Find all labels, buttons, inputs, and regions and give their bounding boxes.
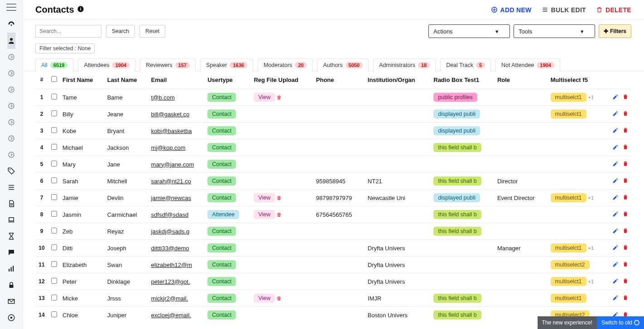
delete-row-icon[interactable] <box>622 127 629 135</box>
chevron-icon[interactable] <box>7 49 15 65</box>
edit-row-icon[interactable] <box>612 194 619 202</box>
email-link[interactable]: mickjr2@mail. <box>151 295 188 302</box>
tab-attendees[interactable]: Attendees1904 <box>78 58 135 72</box>
col-header-multiselect[interactable]: Multiselect f5 <box>548 72 605 89</box>
col-header-usertype[interactable]: Usertype <box>205 72 251 89</box>
tag-icon[interactable] <box>7 163 15 179</box>
row-checkbox[interactable] <box>51 244 57 250</box>
switch-to-old-button[interactable]: Switch to old <box>597 316 644 329</box>
delete-row-icon[interactable] <box>622 177 629 185</box>
col-header-radio[interactable]: Radio Box Test1 <box>431 72 495 89</box>
mail-icon[interactable] <box>7 293 15 310</box>
search-button[interactable]: Search <box>106 25 135 38</box>
chevron-icon[interactable] <box>7 130 15 147</box>
delete-row-icon[interactable] <box>622 228 629 235</box>
tab-administrators[interactable]: Administrators18 <box>373 58 436 72</box>
document-icon[interactable] <box>7 195 15 212</box>
file-view-button[interactable]: View <box>254 294 275 303</box>
file-delete-icon[interactable]: 🗑 <box>277 296 282 301</box>
file-delete-icon[interactable]: 🗑 <box>277 195 282 200</box>
chevron-icon[interactable] <box>7 81 15 98</box>
email-link[interactable]: jaskdj@sads.g <box>151 228 190 235</box>
delete-button[interactable]: DELETE <box>596 6 631 14</box>
email-link[interactable]: kobi@basketba <box>151 128 192 134</box>
laptop-icon[interactable] <box>7 212 15 228</box>
delete-row-icon[interactable] <box>622 94 629 101</box>
email-link[interactable]: mj@kop.com <box>151 144 186 151</box>
eye-icon[interactable] <box>7 310 15 326</box>
file-view-button[interactable]: View <box>254 210 275 219</box>
col-header-first-name[interactable]: First Name <box>60 72 105 89</box>
row-checkbox[interactable] <box>51 161 57 167</box>
filter-chip[interactable]: Filter selected : None <box>35 43 95 53</box>
edit-row-icon[interactable] <box>612 261 619 269</box>
search-input[interactable] <box>35 25 101 38</box>
chevron-icon[interactable] <box>7 65 15 81</box>
col-header-email[interactable]: Email <box>149 72 205 89</box>
bar-chart-icon[interactable] <box>7 261 15 277</box>
menu-toggle[interactable] <box>6 4 16 11</box>
email-link[interactable]: elizabeth12@m <box>151 262 192 268</box>
col-header-idx[interactable]: # <box>35 72 48 89</box>
col-header-phone[interactable]: Phone <box>313 72 365 89</box>
dashboard-icon[interactable] <box>7 16 15 33</box>
edit-row-icon[interactable] <box>612 161 619 168</box>
row-checkbox[interactable] <box>51 278 57 284</box>
actions-select[interactable]: Actions ▾ <box>428 24 510 38</box>
email-link[interactable]: jamie@newcas <box>151 195 191 201</box>
email-link[interactable]: mary@jane.com <box>151 161 194 168</box>
row-checkbox[interactable] <box>51 228 57 234</box>
email-link[interactable]: sarah@nt21.co <box>151 178 191 185</box>
tab-all[interactable]: All6519 <box>35 58 73 72</box>
edit-row-icon[interactable] <box>612 228 619 235</box>
row-checkbox[interactable] <box>51 127 57 133</box>
tab-authors[interactable]: Authors5050 <box>317 58 369 72</box>
person-icon[interactable] <box>7 33 15 49</box>
delete-row-icon[interactable] <box>622 295 629 302</box>
file-delete-icon[interactable]: 🗑 <box>277 212 282 217</box>
info-icon[interactable]: i <box>77 5 84 14</box>
bulk-edit-button[interactable]: BULK EDIT <box>542 6 586 14</box>
file-view-button[interactable]: View <box>254 193 275 202</box>
file-view-button[interactable]: View <box>254 93 275 102</box>
tab-speaker[interactable]: Speaker1636 <box>200 58 253 72</box>
edit-row-icon[interactable] <box>612 278 619 286</box>
col-header-last-name[interactable]: Last Name <box>105 72 149 89</box>
edit-row-icon[interactable] <box>612 144 619 152</box>
edit-row-icon[interactable] <box>612 295 619 302</box>
delete-row-icon[interactable] <box>622 161 629 168</box>
email-link[interactable]: excloej@email. <box>151 312 191 319</box>
chevron-icon[interactable] <box>7 114 15 130</box>
delete-row-icon[interactable] <box>622 278 629 286</box>
row-checkbox[interactable] <box>51 211 57 217</box>
row-checkbox[interactable] <box>51 295 57 300</box>
row-checkbox[interactable] <box>51 261 57 267</box>
email-link[interactable]: sdfsdf@sdasd <box>151 211 189 218</box>
table-wrap[interactable]: # First Name Last Name Email Usertype Re… <box>23 72 644 329</box>
edit-row-icon[interactable] <box>612 94 619 101</box>
file-delete-icon[interactable]: 🗑 <box>277 95 282 100</box>
tab-moderators[interactable]: Moderators20 <box>258 58 312 72</box>
email-link[interactable]: dittti33@demo <box>151 245 189 252</box>
edit-row-icon[interactable] <box>612 110 619 118</box>
delete-row-icon[interactable] <box>622 144 629 152</box>
col-header-institution[interactable]: Institution/Organ <box>365 72 431 89</box>
reset-button[interactable]: Reset <box>139 25 165 38</box>
delete-row-icon[interactable] <box>622 110 629 118</box>
delete-row-icon[interactable] <box>622 194 629 202</box>
row-checkbox[interactable] <box>51 94 57 100</box>
email-link[interactable]: t@b.com <box>151 94 175 101</box>
list-icon[interactable] <box>7 179 15 195</box>
email-link[interactable]: peter123@got. <box>151 278 190 285</box>
tools-select[interactable]: Tools ▾ <box>514 24 595 38</box>
chevron-icon[interactable] <box>7 147 15 163</box>
row-checkbox[interactable] <box>51 144 57 150</box>
edit-row-icon[interactable] <box>612 244 619 252</box>
edit-row-icon[interactable] <box>612 211 619 219</box>
row-checkbox[interactable] <box>51 177 57 183</box>
edit-row-icon[interactable] <box>612 127 619 135</box>
chevron-icon[interactable] <box>7 98 15 114</box>
lock-icon[interactable] <box>7 277 15 293</box>
col-header-role[interactable]: Role <box>495 72 548 89</box>
delete-row-icon[interactable] <box>622 261 629 269</box>
